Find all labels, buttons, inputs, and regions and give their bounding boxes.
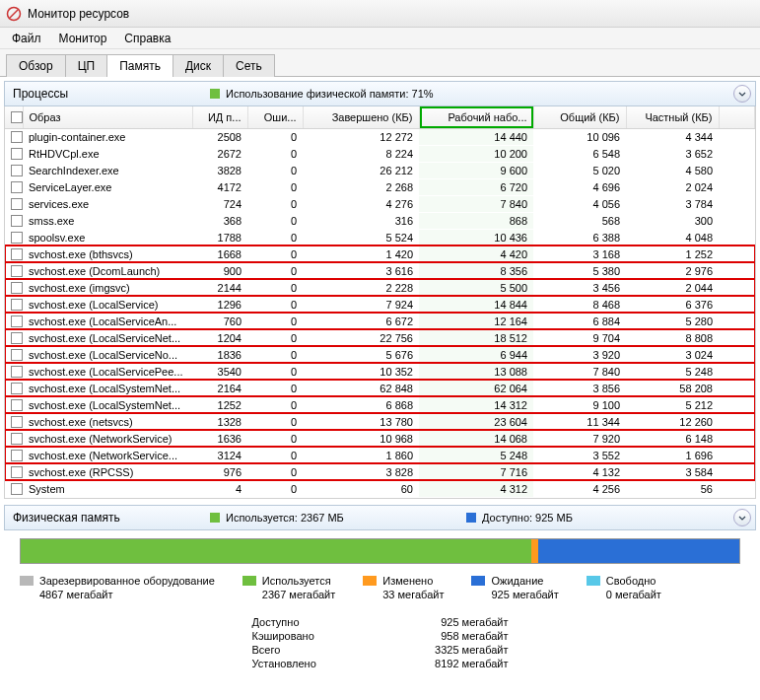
row-checkbox[interactable] (5, 195, 23, 212)
summary-total-label: Всего (252, 644, 281, 656)
cell-faults: 0 (247, 245, 303, 262)
col-faults[interactable]: Оши... (247, 106, 303, 128)
table-row[interactable]: svchost.exe (LocalSystemNet...2164062 84… (5, 380, 755, 396)
cell-workingset: 6 944 (419, 346, 533, 363)
table-row[interactable]: svchost.exe (LocalServiceNo...183605 676… (5, 346, 755, 363)
table-row[interactable]: svchost.exe (bthsvcs)166801 4204 4203 16… (5, 245, 755, 262)
cell-private: 6 376 (626, 296, 719, 313)
row-checkbox[interactable] (5, 212, 23, 229)
cell-faults: 0 (247, 430, 303, 447)
cell-shared: 3 552 (533, 447, 626, 463)
cell-commit: 1 420 (303, 245, 419, 262)
table-row[interactable]: svchost.exe (RPCSS)97603 8287 7164 1323 … (5, 463, 755, 480)
legend-reserved: Зарезервированное оборудование4867 мегаб… (20, 574, 215, 601)
row-checkbox[interactable] (5, 145, 23, 162)
cell-workingset: 868 (419, 212, 533, 229)
row-checkbox[interactable] (5, 447, 23, 463)
row-checkbox[interactable] (5, 229, 23, 245)
table-row[interactable]: svchost.exe (imgsvc)214402 2285 5003 456… (5, 279, 755, 296)
row-checkbox[interactable] (5, 313, 23, 329)
used-text: Используется: 2367 МБ (226, 512, 344, 524)
tab-network[interactable]: Сеть (223, 54, 275, 77)
legend-text: Используется2367 мегабайт (262, 574, 335, 601)
cell-faults: 0 (247, 212, 303, 229)
row-checkbox[interactable] (5, 178, 23, 195)
table-row[interactable]: svchost.exe (LocalServicePee...3540010 3… (5, 363, 755, 380)
cell-commit: 3 616 (303, 262, 419, 279)
table-row[interactable]: svchost.exe (DcomLaunch)90003 6168 3565 … (5, 262, 755, 279)
collapse-icon[interactable] (733, 509, 751, 526)
col-pid[interactable]: ИД п... (192, 106, 247, 128)
cell-pid: 1204 (192, 329, 247, 346)
table-row[interactable]: svchost.exe (LocalSystemNet...125206 868… (5, 396, 755, 413)
table-row[interactable]: plugin-container.exe2508012 27214 44010 … (5, 128, 755, 145)
tab-memory[interactable]: Память (106, 54, 173, 77)
cell-shared: 568 (533, 212, 626, 229)
row-checkbox[interactable] (5, 396, 23, 413)
memory-summary: Доступно925 мегабайт Кэшировано958 мегаб… (252, 615, 509, 670)
row-checkbox[interactable] (5, 128, 23, 145)
row-checkbox[interactable] (5, 430, 23, 447)
table-row[interactable]: ServiceLayer.exe417202 2686 7204 6962 02… (5, 178, 755, 195)
tab-overview[interactable]: Обзор (6, 54, 66, 77)
row-checkbox[interactable] (5, 480, 23, 497)
section-physmem-header[interactable]: Физическая память Используется: 2367 МБ … (4, 505, 756, 530)
process-table-wrap: Образ ИД п... Оши... Завершено (КБ) Рабо… (4, 106, 756, 499)
table-row[interactable]: System40604 3124 25656 (5, 480, 755, 497)
table-row[interactable]: RtHDVCpl.exe267208 22410 2006 5483 652 (5, 145, 755, 162)
cell-shared: 6 388 (533, 229, 626, 245)
section-processes-header[interactable]: Процессы Использование физической памяти… (4, 81, 756, 106)
cell-workingset: 23 604 (419, 413, 533, 430)
col-checkbox[interactable] (5, 106, 23, 128)
row-checkbox[interactable] (5, 346, 23, 363)
col-image[interactable]: Образ (23, 106, 192, 128)
avail-text: Доступно: 925 МБ (482, 512, 573, 524)
cell-faults: 0 (247, 413, 303, 430)
table-row[interactable]: svchost.exe (netsvcs)1328013 78023 60411… (5, 413, 755, 430)
cell-image: services.exe (23, 195, 192, 212)
row-checkbox[interactable] (5, 463, 23, 480)
cell-commit: 4 276 (303, 195, 419, 212)
cell-image: svchost.exe (LocalSystemNet... (23, 380, 192, 396)
row-checkbox[interactable] (5, 245, 23, 262)
row-checkbox[interactable] (5, 413, 23, 430)
cell-shared: 7 920 (533, 430, 626, 447)
table-row[interactable]: spoolsv.exe178805 52410 4366 3884 048 (5, 229, 755, 245)
tab-cpu[interactable]: ЦП (65, 54, 108, 77)
row-checkbox[interactable] (5, 296, 23, 313)
cell-commit: 12 272 (303, 128, 419, 145)
tab-disk[interactable]: Диск (173, 54, 224, 77)
cell-workingset: 14 068 (419, 430, 533, 447)
table-row[interactable]: svchost.exe (LocalServiceNet...1204022 7… (5, 329, 755, 346)
table-row[interactable]: svchost.exe (LocalServiceAn...76006 6721… (5, 313, 755, 329)
table-row[interactable]: smss.exe3680316868568300 (5, 212, 755, 229)
col-commit[interactable]: Завершено (КБ) (303, 106, 419, 128)
row-checkbox[interactable] (5, 279, 23, 296)
menu-monitor[interactable]: Монитор (51, 30, 115, 47)
table-row[interactable]: SearchIndexer.exe3828026 2129 6005 0204 … (5, 162, 755, 178)
cell-shared: 6 884 (533, 313, 626, 329)
col-private[interactable]: Частный (КБ) (626, 106, 719, 128)
table-row[interactable]: svchost.exe (NetworkService)1636010 9681… (5, 430, 755, 447)
cell-workingset: 62 064 (419, 380, 533, 396)
col-shared[interactable]: Общий (КБ) (533, 106, 626, 128)
row-checkbox[interactable] (5, 380, 23, 396)
cell-commit: 10 352 (303, 363, 419, 380)
cell-private: 58 208 (626, 380, 719, 396)
row-checkbox[interactable] (5, 329, 23, 346)
row-checkbox[interactable] (5, 162, 23, 178)
table-row[interactable]: services.exe72404 2767 8404 0563 784 (5, 195, 755, 212)
cell-commit: 2 228 (303, 279, 419, 296)
table-row[interactable]: svchost.exe (LocalService)129607 92414 8… (5, 296, 755, 313)
table-row[interactable]: svchost.exe (NetworkService...312401 860… (5, 447, 755, 463)
collapse-icon[interactable] (733, 85, 751, 103)
row-checkbox[interactable] (5, 363, 23, 380)
cell-shared: 9 100 (533, 396, 626, 413)
cell-commit: 2 268 (303, 178, 419, 195)
cell-shared: 7 840 (533, 363, 626, 380)
row-checkbox[interactable] (5, 262, 23, 279)
menu-file[interactable]: Файл (4, 30, 49, 47)
cell-faults: 0 (247, 480, 303, 497)
menu-help[interactable]: Справка (116, 30, 178, 47)
col-workingset[interactable]: Рабочий набо... (419, 106, 533, 128)
